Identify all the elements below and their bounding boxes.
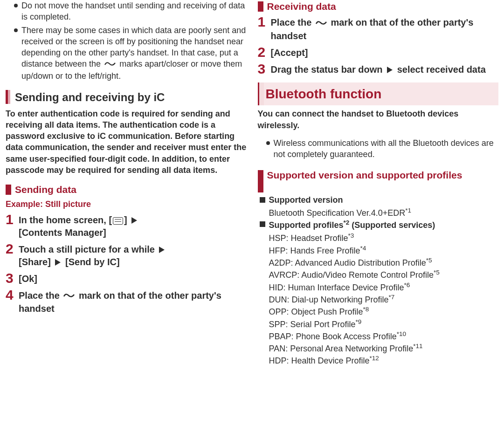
text: [Accept]	[271, 45, 308, 59]
text: Bluetooth Specification Ver.4.0+EDR	[269, 208, 406, 218]
supported-version: Supported version	[260, 194, 499, 206]
profile-item: HDP: Health Device Profile*12	[269, 354, 499, 366]
profile-item: A2DP: Advanced Audio Distribution Profil…	[269, 256, 499, 268]
text: Place the	[19, 290, 62, 301]
profile-item: SPP: Serial Port Profile*9	[269, 318, 499, 330]
arrow-icon	[55, 259, 61, 266]
heading-text: Sending data	[15, 183, 76, 196]
text: PBAP: Phone Book Access Profile	[269, 332, 397, 341]
heading-bar-icon	[258, 1, 263, 12]
footnote-ref: *5	[434, 269, 440, 276]
bluetooth-bullets: Wireless communications with all the Blu…	[258, 137, 499, 160]
text: HSP: Headset Profile	[269, 233, 348, 243]
text: Place the	[271, 17, 314, 27]
text: In the home screen, [	[19, 215, 112, 225]
profile-item: AVRCP: Audio/Video Remote Control Profil…	[269, 268, 499, 281]
text: OPP: Object Push Profile	[269, 307, 363, 316]
profile-item: DUN: Dial-up Networking Profile*7	[269, 293, 499, 305]
text: DUN: Dial-up Networking Profile	[269, 295, 389, 304]
footnote-ref: *2	[344, 219, 350, 226]
wave-mark-icon	[63, 290, 75, 302]
bullet-item: Wireless communications with all the Blu…	[266, 137, 499, 160]
text: Drag the status bar down	[271, 64, 383, 75]
arrow-icon	[131, 217, 137, 224]
label: Supported version	[269, 195, 343, 205]
supported-profiles: Supported profiles*2 (Supported services…	[260, 219, 499, 231]
footnote-ref: *4	[360, 245, 366, 252]
profile-item: HID: Human Interface Device Profile*6	[269, 281, 499, 293]
text: AVRCP: Audio/Video Remote Control Profil…	[269, 270, 434, 280]
text: [Send by IC]	[65, 257, 120, 267]
wave-mark-icon	[104, 59, 116, 70]
arrow-icon	[159, 247, 165, 253]
supported-profiles-body: HSP: Headset Profile*3HFP: Hands Free Pr…	[260, 232, 499, 366]
footnote-ref: *8	[363, 306, 369, 313]
bullet-item: Do not move the handset until sending an…	[14, 0, 247, 23]
intro-text: To enter authentication code is required…	[6, 108, 247, 176]
footnote-ref: *10	[397, 330, 406, 337]
heading-bar-icon	[6, 185, 11, 195]
receiving-steps: Place the mark on that of the other part…	[258, 15, 499, 75]
footnote-ref: *12	[370, 355, 379, 362]
heading-sending-data: Sending data	[6, 183, 247, 196]
intro-text: You can connect the handset to Bluetooth…	[258, 108, 499, 131]
right-column: Receiving data Place the mark on that of…	[252, 0, 504, 376]
text: (Supported services)	[349, 220, 435, 230]
section-bluetooth: Bluetooth function	[258, 82, 499, 106]
text: HDP: Health Device Profile	[269, 356, 370, 365]
footnote-ref: *3	[348, 232, 354, 239]
footnote-ref: *9	[356, 318, 362, 325]
profile-item: PAN: Personal Area Networking Profile*11	[269, 342, 499, 354]
step-item: In the home screen, [] [Contents Manager…	[6, 213, 247, 239]
step-item: [Ok]	[6, 271, 247, 285]
text: select received data	[397, 64, 486, 75]
bullet-item: There may be some cases in which data ar…	[14, 25, 247, 82]
heading-bar-icon	[6, 90, 10, 104]
step-item: Drag the status bar down select received…	[258, 62, 499, 76]
label: Supported profiles	[269, 220, 344, 230]
wave-mark-icon	[315, 17, 327, 30]
text: [Share]	[19, 257, 51, 267]
text: SPP: Serial Port Profile	[269, 320, 356, 329]
text: Touch a still picture for a while	[19, 244, 155, 254]
footnote-ref: *11	[413, 343, 422, 350]
heading-text: Supported version and supported profiles	[267, 169, 463, 182]
footnote-ref: *5	[426, 257, 432, 264]
arrow-icon	[387, 67, 393, 73]
text: A2DP: Advanced Audio Distribution Profil…	[269, 258, 426, 268]
step-item: Touch a still picture for a while [Share…	[6, 242, 247, 268]
footnote-ref: *6	[404, 281, 410, 288]
step-item: [Accept]	[258, 45, 499, 59]
heading-bar-icon	[258, 170, 263, 192]
profiles-list: Supported version Bluetooth Specificatio…	[258, 194, 499, 367]
step-item: Place the mark on that of the other part…	[258, 15, 499, 42]
left-column: Do not move the handset until sending an…	[0, 0, 252, 376]
section-title: Bluetooth function	[266, 85, 494, 103]
menu-icon	[113, 217, 123, 225]
text: ]	[124, 215, 127, 225]
example-label: Example: Still picture	[6, 199, 247, 210]
profile-item: HFP: Hands Free Profile*4	[269, 244, 499, 256]
text: HID: Human Interface Device Profile	[269, 283, 404, 292]
text: [Contents Manager]	[19, 227, 106, 238]
intro-bullets: Do not move the handset until sending an…	[6, 0, 247, 82]
footnote-ref: *1	[405, 207, 411, 214]
text: PAN: Personal Area Networking Profile	[269, 344, 414, 353]
profile-item: OPP: Object Push Profile*8	[269, 305, 499, 317]
heading-supported-profiles: Supported version and supported profiles	[258, 169, 499, 192]
text: [Ok]	[19, 271, 37, 285]
heading-text: Sending and receiving by iC	[15, 90, 165, 105]
step-item: Place the mark on that of the other part…	[6, 288, 247, 315]
profile-item: HSP: Headset Profile*3	[269, 232, 499, 244]
supported-version-body: Bluetooth Specification Ver.4.0+EDR*1	[260, 206, 499, 219]
text: HFP: Hands Free Profile	[269, 246, 360, 255]
sending-steps: In the home screen, [] [Contents Manager…	[6, 213, 247, 315]
heading-receiving-data: Receiving data	[258, 0, 499, 13]
heading-sending-receiving: Sending and receiving by iC	[6, 90, 247, 105]
heading-text: Receiving data	[267, 0, 336, 13]
footnote-ref: *7	[389, 294, 395, 301]
profile-item: PBAP: Phone Book Access Profile*10	[269, 330, 499, 342]
